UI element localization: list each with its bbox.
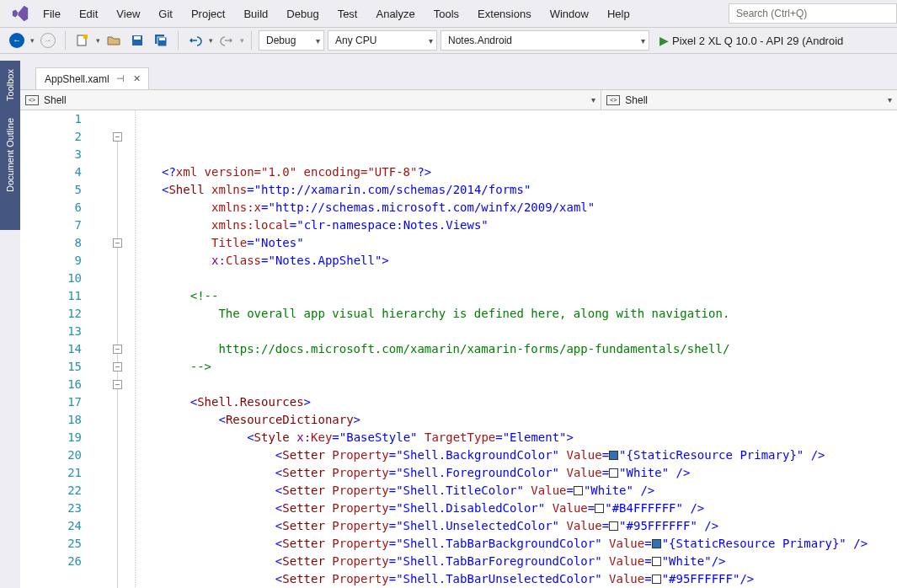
menu-analyze[interactable]: Analyze	[366, 4, 424, 24]
editor-area: AppShell.xaml ⊣ ✕ <> Shell <> Shell 1234…	[20, 67, 897, 588]
toolbar: ← ▾ → ▾ ▾ ▾ Debug Any CPU Notes.Android …	[0, 27, 897, 54]
menu-view[interactable]: View	[107, 4, 149, 24]
code-line[interactable]: <ResourceDictionary>	[162, 411, 897, 429]
save-all-button[interactable]	[151, 30, 171, 51]
menu-edit[interactable]: Edit	[70, 4, 107, 24]
vs-logo-icon	[7, 0, 34, 27]
code-line[interactable]: https://docs.microsoft.com/xamarin/xamar…	[162, 340, 897, 358]
menu-git[interactable]: Git	[149, 4, 182, 24]
startup-combo[interactable]: Notes.Android	[440, 30, 649, 51]
menu-project[interactable]: Project	[182, 4, 234, 24]
code-editor[interactable]: 1234567891011121314151617181920212223242…	[20, 110, 897, 588]
fold-toggle[interactable]: −	[113, 345, 122, 354]
code-line[interactable]: <Setter Property="Shell.DisabledColor" V…	[162, 500, 897, 517]
tab-title: AppShell.xaml	[45, 73, 109, 85]
code-line[interactable]: <Shell.Resources>	[162, 393, 897, 411]
code-line[interactable]	[162, 323, 897, 340]
code-line[interactable]: <Setter Property="Shell.BackgroundColor"…	[162, 446, 897, 464]
undo-button[interactable]	[185, 30, 206, 51]
open-button[interactable]	[104, 30, 124, 51]
fold-toggle[interactable]: −	[113, 132, 122, 142]
menu-test[interactable]: Test	[328, 4, 367, 24]
code-line[interactable]	[162, 376, 897, 393]
nav-fwd-button[interactable]: →	[38, 30, 58, 51]
svg-rect-1	[83, 35, 88, 39]
svg-rect-6	[159, 38, 165, 40]
code-line[interactable]: <Setter Property="Shell.TabBarBackground…	[162, 535, 897, 553]
sidepanel-document-outline[interactable]: Document Outline	[5, 113, 15, 197]
search-placeholder: Search (Ctrl+Q)	[736, 8, 807, 19]
code-line[interactable]: <Setter Property="Shell.UnselectedColor"…	[162, 517, 897, 535]
fold-toggle[interactable]: −	[113, 238, 122, 248]
nav-combo-left[interactable]: <> Shell	[20, 90, 601, 110]
code-line[interactable]: The overall app visual hierarchy is defi…	[162, 305, 897, 323]
code-line[interactable]: xmlns:x="http://schemas.microsoft.com/wi…	[162, 199, 897, 216]
code-line[interactable]: <Setter Property="Shell.TabBarUnselected…	[162, 570, 897, 588]
menu-window[interactable]: Window	[541, 4, 598, 24]
play-icon: ▶	[659, 34, 669, 47]
menu-help[interactable]: Help	[598, 4, 639, 24]
menu-bar: FileEditViewGitProjectBuildDebugTestAnal…	[0, 0, 897, 27]
line-gutter: 1234567891011121314151617181920212223242…	[20, 110, 113, 588]
code-line[interactable]: <Setter Property="Shell.ForegroundColor"…	[162, 464, 897, 482]
menu-debug[interactable]: Debug	[277, 4, 328, 24]
code-line[interactable]: <Shell xmlns="http://xamarin.com/schemas…	[162, 181, 897, 199]
sidepanel-toolbox[interactable]: Toolbox	[5, 64, 15, 106]
nav-bar: <> Shell <> Shell	[20, 89, 897, 110]
nav-combo-right[interactable]: <> Shell	[601, 90, 897, 110]
svg-rect-3	[134, 36, 141, 40]
platform-combo[interactable]: Any CPU	[328, 30, 437, 51]
menu-tools[interactable]: Tools	[424, 4, 468, 24]
search-input[interactable]: Search (Ctrl+Q)	[729, 3, 897, 24]
side-panel: ToolboxDocument Outline	[0, 61, 20, 230]
editor-tab[interactable]: AppShell.xaml ⊣ ✕	[35, 67, 149, 89]
code-line[interactable]	[162, 270, 897, 287]
pin-icon[interactable]: ⊣	[115, 73, 126, 84]
start-button[interactable]: ▶Pixel 2 XL Q 10.0 - API 29 (Android	[653, 34, 850, 47]
fold-toggle[interactable]: −	[113, 380, 122, 389]
code-line[interactable]: <!--	[162, 287, 897, 305]
code-line[interactable]: -->	[162, 358, 897, 376]
new-button[interactable]	[72, 30, 93, 51]
code-line[interactable]: <Setter Property="Shell.TabBarForeground…	[162, 553, 897, 570]
code-line[interactable]: <Style x:Key="BaseStyle" TargetType="Ele…	[162, 429, 897, 446]
save-button[interactable]	[127, 30, 147, 51]
object-icon: <>	[606, 95, 620, 105]
fold-toggle[interactable]: −	[113, 362, 122, 372]
menu-extensions[interactable]: Extensions	[468, 4, 541, 24]
close-icon[interactable]: ✕	[131, 73, 143, 84]
object-icon: <>	[25, 95, 39, 105]
code-line[interactable]: Title="Notes"	[162, 234, 897, 252]
code-line[interactable]: <?xml version="1.0" encoding="UTF-8"?>	[162, 163, 897, 181]
config-combo[interactable]: Debug	[259, 30, 324, 51]
tab-strip: AppShell.xaml ⊣ ✕	[20, 67, 897, 89]
redo-button[interactable]	[216, 30, 237, 51]
menu-file[interactable]: File	[34, 4, 70, 24]
code-line[interactable]: xmlns:local="clr-namespace:Notes.Views"	[162, 216, 897, 234]
code-content[interactable]: <?xml version="1.0" encoding="UTF-8"?><S…	[128, 110, 897, 588]
nav-back-button[interactable]: ←	[7, 30, 27, 51]
menu-build[interactable]: Build	[234, 4, 277, 24]
code-line[interactable]: <Setter Property="Shell.TitleColor" Valu…	[162, 482, 897, 500]
code-line[interactable]: x:Class="Notes.AppShell">	[162, 252, 897, 270]
